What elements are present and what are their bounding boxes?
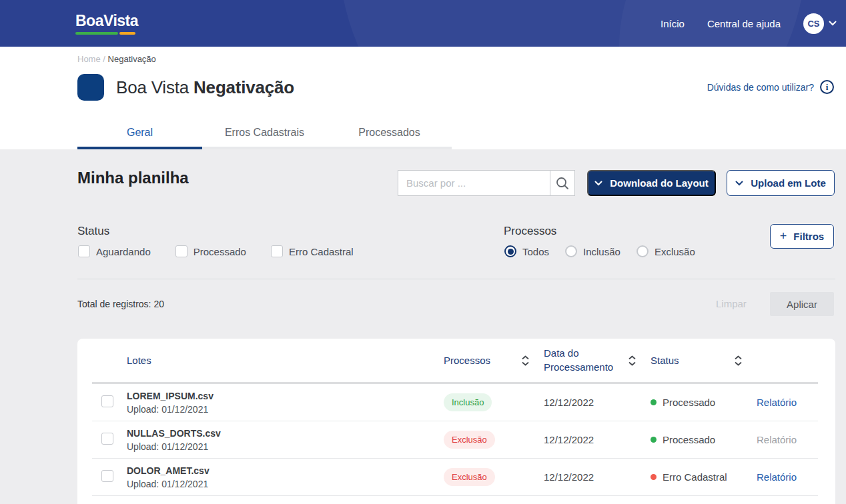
row-report-cell: Relatório [757,397,818,409]
nav-link-inicio[interactable]: Início [661,18,685,29]
file-name: NULLAS_DORTS.csv [127,428,444,439]
upload-lote-button[interactable]: Upload em Lote [727,170,835,196]
column-header-processos: Processos [444,355,544,366]
row-report-cell: Relatório [757,471,818,483]
user-menu[interactable]: CS [803,13,837,34]
column-header-data-processamento: Data do Processamento [544,347,651,374]
upload-lote-label: Upload em Lote [751,177,826,189]
checkbox-processado[interactable]: Processado [175,245,246,257]
radio-exclusao[interactable]: Exclusão [637,245,695,257]
row-checkbox[interactable] [101,470,113,482]
column-header-lotes: Lotes [127,355,444,366]
row-checkbox-cell [92,470,127,485]
logo-bar-orange [119,32,135,35]
checkbox-aguardando[interactable]: Aguardando [78,245,151,257]
checkbox-icon[interactable] [175,245,187,257]
status-filter-label: Status [77,225,109,238]
tab-bar: Geral Erros Cadastrais Processados [77,116,452,149]
top-navbar: BoaVista Início Central de ajuda CS [0,0,846,47]
breadcrumb-home[interactable]: Home [77,54,101,64]
sort-icon[interactable] [735,355,742,366]
logo-text: BoaVista [75,12,137,30]
status-dot [651,437,657,443]
help-link-label[interactable]: Dúvidas de como utilizar? [707,82,814,93]
row-status-cell: Processado [651,397,757,408]
report-link: Relatório [757,434,797,445]
batches-table-card: Lotes Processos Data do Processamento St… [77,339,835,504]
checkbox-erro-cadastral[interactable]: Erro Cadastral [271,245,354,257]
radio-inclusao[interactable]: Inclusão [565,245,620,257]
row-process-cell: Exclusão [444,468,544,486]
upload-date: Upload: 01/12/2021 [127,479,444,489]
upload-date: Upload: 01/12/2021 [127,441,444,452]
row-status-cell: Processado [651,434,757,445]
radio-icon-selected[interactable] [504,245,516,257]
breadcrumb-separator: / [103,54,107,64]
table-header: Lotes Processos Data do Processamento St… [92,339,818,384]
column-header-status: Status [651,355,757,366]
row-checkbox[interactable] [101,395,113,407]
search-input[interactable] [398,171,550,195]
row-checkbox[interactable] [101,433,113,445]
page-header-section: Home / Negativação Boa Vista Negativação… [0,47,846,149]
table-row: NULLAS_DORTS.csv Upload: 01/12/2021 Excl… [92,421,818,459]
status-dot [651,474,657,480]
report-link[interactable]: Relatório [757,397,797,408]
info-icon[interactable]: i [820,80,834,94]
status-label: Erro Cadastral [663,471,727,483]
row-status-cell: Erro Cadastral [651,471,757,483]
radio-icon[interactable] [565,245,577,257]
download-layout-label: Download do Layout [610,177,709,189]
apply-button[interactable]: Aplicar [770,292,834,316]
logo-bar-green [75,32,118,35]
section-title: Minha planilha [77,169,189,187]
row-checkbox-cell [92,395,127,410]
help-link[interactable]: Dúvidas de como utilizar? i [707,80,834,94]
tab-erros-cadastrais[interactable]: Erros Cadastrais [202,116,327,149]
processing-date: 12/12/2022 [544,471,651,483]
table-body: LOREM_IPSUM.csv Upload: 01/12/2021 Inclu… [92,384,818,496]
row-report-cell: Relatório [757,434,818,446]
chevron-down-icon [829,21,837,26]
file-name: DOLOR_AMET.csv [127,465,444,476]
filters-button[interactable]: + Filtros [770,224,834,249]
table-row: LOREM_IPSUM.csv Upload: 01/12/2021 Inclu… [92,384,818,421]
nav-link-central-de-ajuda[interactable]: Central de ajuda [707,18,781,29]
status-label: Processado [663,434,715,445]
download-layout-button[interactable]: Download do Layout [587,170,716,196]
status-label: Processado [663,397,715,408]
row-lotes-cell: DOLOR_AMET.csv Upload: 01/12/2021 [127,465,444,489]
processing-date: 12/12/2022 [544,434,651,445]
row-lotes-cell: LOREM_IPSUM.csv Upload: 01/12/2021 [127,391,444,415]
table-row: DOLOR_AMET.csv Upload: 01/12/2021 Exclus… [92,459,818,496]
status-dot [651,399,657,405]
tab-processados[interactable]: Processados [327,116,452,149]
boavista-logo[interactable]: BoaVista [75,12,137,35]
sort-icon[interactable] [628,355,636,366]
checkbox-icon[interactable] [271,245,283,257]
file-name: LOREM_IPSUM.csv [127,391,444,401]
avatar[interactable]: CS [803,13,824,34]
search-button[interactable] [550,171,574,195]
process-badge: Exclusão [444,431,495,449]
breadcrumb-current: Negativação [108,54,156,64]
process-filter-label: Processos [504,225,556,238]
report-link[interactable]: Relatório [757,471,797,483]
filters-button-label: Filtros [793,231,824,242]
radio-icon[interactable] [637,245,649,257]
tab-geral[interactable]: Geral [77,116,202,149]
process-badge: Exclusão [444,468,495,486]
status-filter-group: Aguardando Processado Erro Cadastral [78,245,354,257]
chevron-down-icon [594,181,602,186]
clear-button[interactable]: Limpar [716,298,747,309]
page-title: Boa Vista Negativação [116,77,294,98]
processing-date: 12/12/2022 [544,397,651,408]
chevron-down-icon [735,181,743,186]
radio-todos[interactable]: Todos [504,245,549,257]
checkbox-icon[interactable] [78,245,90,257]
row-process-cell: Exclusão [444,431,544,449]
total-count: 20 [153,299,164,309]
sort-icon[interactable] [522,355,529,366]
upload-date: Upload: 01/12/2021 [127,404,444,415]
logo-underline [75,32,137,35]
